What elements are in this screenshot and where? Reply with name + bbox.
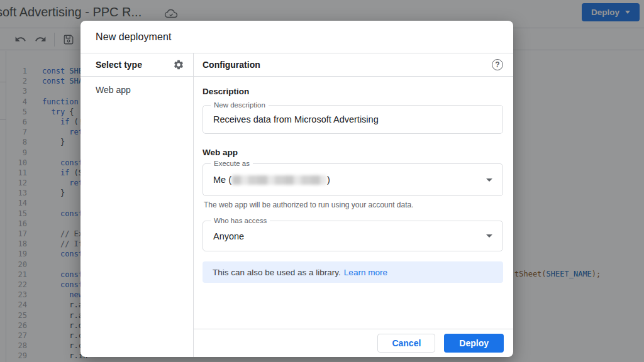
description-field[interactable]: New description Receives data from Micro… [203,105,503,134]
deployment-types-settings-button[interactable] [173,59,184,70]
select-type-panel: Select type Web app [80,53,194,357]
cancel-button[interactable]: Cancel [377,334,435,353]
deploy-button[interactable]: Deploy [444,334,504,353]
who-has-access-select[interactable]: Who has access Anyone [203,221,503,251]
help-button[interactable]: ? [492,59,503,70]
description-field-value: Receives data from Microsoft Advertising [213,114,379,124]
execute-as-value: Me () [213,175,330,185]
learn-more-link[interactable]: Learn more [344,268,387,277]
configuration-header: Configuration [203,60,260,70]
gear-icon [173,59,184,70]
library-note-text: This can also be used as a library. [213,268,341,277]
new-deployment-dialog: New deployment Select type Web app Confi… [80,21,513,357]
description-field-label: New description [211,101,269,109]
chevron-down-icon [486,178,492,182]
help-icon: ? [492,59,503,70]
deployment-type-web-app[interactable]: Web app [80,77,193,103]
execute-as-helper-text: The web app will be authorized to run us… [204,200,503,209]
who-has-access-label: Who has access [211,217,270,225]
library-info-banner: This can also be used as a library. Lear… [203,261,503,283]
dialog-title: New deployment [96,31,172,43]
select-type-header: Select type [96,60,142,70]
who-has-access-value: Anyone [213,231,244,241]
execute-as-select[interactable]: Execute as Me () [203,163,503,196]
dialog-footer: Cancel Deploy [194,329,513,357]
dialog-header: New deployment [80,21,513,53]
configuration-panel: Configuration ? Description New descript… [194,53,513,357]
execute-as-label: Execute as [211,160,253,168]
redacted-email [232,175,326,185]
chevron-down-icon [486,234,492,238]
description-section-label: Description [203,87,503,96]
web-app-section-label: Web app [203,148,503,157]
apps-script-window: soft Advertising - PPC R... Deploy [0,0,644,362]
